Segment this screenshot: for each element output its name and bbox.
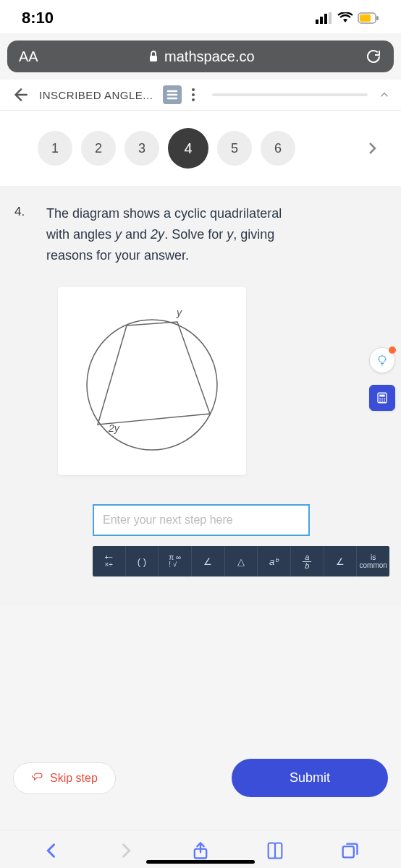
question-tabs: 1 2 3 4 5 6	[0, 111, 401, 186]
home-indicator[interactable]	[146, 860, 255, 864]
svg-rect-1	[320, 17, 323, 24]
tool-fraction[interactable]: ab	[291, 546, 324, 576]
lightbulb-icon	[376, 354, 389, 367]
svg-rect-20	[342, 846, 353, 857]
tool-constants[interactable]: π ∞ ! √	[159, 546, 192, 576]
url-text: mathspace.co	[164, 48, 255, 65]
lesson-icon[interactable]	[163, 85, 182, 104]
lesson-title: INSCRIBED ANGLE...	[39, 89, 153, 101]
svg-point-13	[379, 399, 381, 400]
collapse-caret-icon[interactable]	[378, 88, 391, 101]
tool-angle2[interactable]: ∠	[324, 546, 358, 576]
side-tools	[369, 347, 395, 411]
tab-q3[interactable]: 3	[124, 131, 159, 166]
svg-rect-12	[379, 395, 385, 397]
signal-icon	[316, 12, 333, 24]
tab-q1[interactable]: 1	[38, 131, 72, 166]
svg-rect-0	[316, 20, 318, 24]
svg-rect-3	[329, 12, 332, 24]
svg-point-16	[379, 401, 381, 402]
battery-icon	[358, 12, 379, 24]
svg-rect-2	[324, 14, 327, 24]
bottom-actions: Skip step Submit	[0, 759, 401, 797]
browser-toolbar	[0, 830, 401, 861]
status-time: 8:10	[22, 9, 54, 27]
submit-button[interactable]: Submit	[232, 759, 388, 797]
share-icon[interactable]	[190, 841, 211, 861]
skip-button[interactable]: Skip step	[13, 762, 116, 794]
lock-icon	[148, 51, 159, 62]
back-arrow-icon[interactable]	[10, 85, 29, 104]
progress-bar	[212, 93, 368, 96]
question-number: 4.	[14, 205, 25, 219]
tab-q4[interactable]: 4	[168, 128, 208, 169]
page-header: INSCRIBED ANGLE...	[0, 80, 401, 111]
text-size-button[interactable]: AA	[19, 48, 38, 65]
calculator-icon	[376, 391, 389, 404]
tool-angle[interactable]: ∠	[192, 546, 225, 576]
more-menu-icon[interactable]	[192, 88, 195, 101]
tabs-icon[interactable]	[339, 841, 360, 861]
tab-q2[interactable]: 2	[81, 131, 116, 166]
next-question-icon[interactable]	[363, 140, 381, 157]
diagram-label-y: y	[176, 307, 182, 318]
browser-forward-icon[interactable]	[116, 841, 136, 861]
status-icons	[316, 12, 379, 24]
browser-back-icon[interactable]	[41, 841, 62, 861]
status-bar: 8:10	[0, 0, 401, 33]
diagram: y 2y	[58, 287, 246, 475]
tool-operations[interactable]: +− ×÷	[93, 546, 126, 576]
answer-input-row	[93, 504, 387, 536]
svg-rect-7	[150, 56, 157, 61]
hint-button[interactable]	[369, 347, 395, 373]
tool-power[interactable]: aᵇ	[258, 546, 291, 576]
svg-point-8	[87, 320, 217, 450]
diagram-label-2y: 2y	[108, 422, 120, 434]
svg-point-15	[384, 399, 385, 400]
question-area: 4. The diagram shows a cyclic quadrilate…	[0, 186, 401, 605]
calculator-button[interactable]	[369, 385, 395, 411]
svg-point-14	[381, 399, 383, 400]
wifi-icon	[337, 12, 353, 24]
url-bar[interactable]: AA mathspace.co	[7, 41, 394, 72]
tool-triangle[interactable]: △	[225, 546, 258, 576]
tool-common[interactable]: is common	[357, 546, 389, 576]
bookmarks-icon[interactable]	[265, 841, 285, 861]
tab-q6[interactable]: 6	[261, 131, 295, 166]
svg-rect-5	[360, 14, 371, 22]
refresh-icon[interactable]	[365, 48, 382, 65]
tool-parentheses[interactable]: ( )	[126, 546, 159, 576]
svg-marker-9	[98, 322, 210, 425]
svg-rect-6	[376, 16, 379, 20]
math-toolbar: +− ×÷ ( ) π ∞ ! √ ∠ △ aᵇ ab ∠ is common	[93, 546, 389, 576]
svg-point-17	[381, 401, 383, 402]
svg-point-10	[379, 356, 386, 362]
url-display[interactable]: mathspace.co	[38, 48, 365, 65]
svg-point-18	[384, 401, 385, 402]
skip-icon	[31, 772, 44, 785]
question-text: The diagram shows a cyclic quadrilateral…	[46, 203, 307, 265]
tab-q5[interactable]: 5	[217, 131, 252, 166]
step-input[interactable]	[93, 504, 310, 536]
